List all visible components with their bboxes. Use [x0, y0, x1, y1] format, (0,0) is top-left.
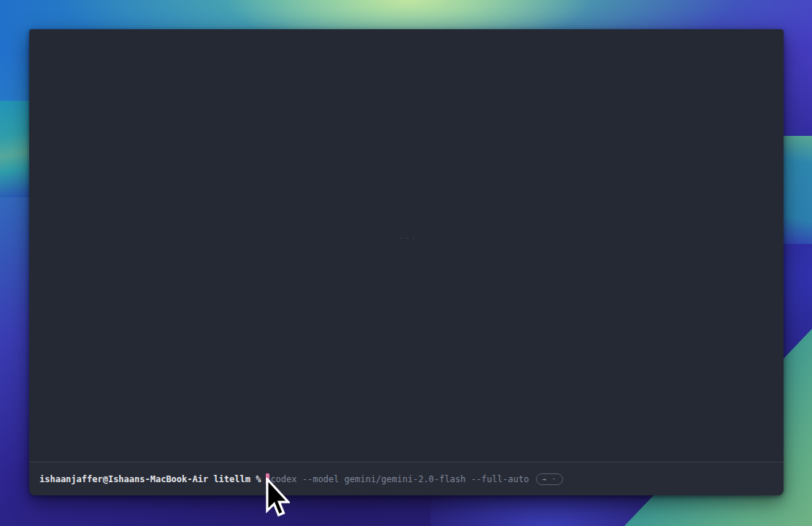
- prompt-autosuggestion: codex --model gemini/gemini-2.0-flash --…: [270, 474, 529, 484]
- wallpaper-teal-band-right: [780, 136, 812, 244]
- terminal-output-area[interactable]: ···: [29, 29, 784, 462]
- prompt-symbol: %: [256, 474, 261, 484]
- terminal-loading-dots: ···: [399, 234, 418, 243]
- prompt-cwd: litellm: [213, 474, 250, 484]
- prompt-user-host: ishaanjaffer@Ishaans-MacBook-Air: [39, 474, 208, 484]
- suggestion-accept-hint-badge: → ·: [536, 473, 562, 485]
- terminal-prompt-bar[interactable]: ishaanjaffer@Ishaans-MacBook-Air litellm…: [29, 462, 784, 495]
- mouse-cursor-icon: [265, 478, 290, 517]
- terminal-window[interactable]: ··· ishaanjaffer@Ishaans-MacBook-Air lit…: [29, 29, 784, 495]
